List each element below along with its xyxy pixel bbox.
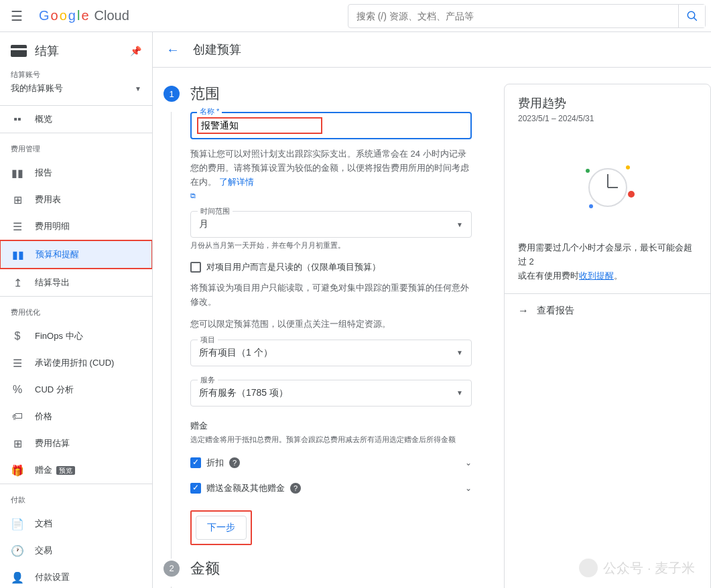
step-number-2: 2: [164, 561, 180, 577]
sidebar-item-pricing[interactable]: 🏷 价格: [0, 403, 152, 430]
sidebar-item-export[interactable]: ↥ 结算导出: [0, 269, 152, 296]
chevron-down-icon: ▼: [456, 221, 463, 228]
discount-icon: ☰: [11, 356, 24, 370]
credits-expand[interactable]: 赠送金额及其他赠金 ? ⌄: [190, 475, 472, 501]
chevron-down-icon: ⌄: [465, 484, 472, 493]
name-input-wrap: [190, 112, 472, 139]
sidebar-item-transactions[interactable]: 🕐 交易: [0, 537, 152, 564]
tag-icon: 🏷: [11, 410, 24, 423]
step-number-1: 1: [164, 86, 180, 102]
sidebar-title: 结算: [35, 43, 122, 59]
bar-chart-icon: ▮▮: [11, 166, 24, 179]
help-icon[interactable]: ?: [229, 457, 240, 468]
arrow-right-icon: →: [518, 305, 529, 317]
chevron-down-icon: ▼: [456, 349, 463, 356]
step-2-header[interactable]: 2 金额: [158, 559, 488, 579]
logo[interactable]: Google Cloud: [39, 8, 129, 23]
chevron-down-icon: ▼: [135, 85, 141, 92]
table-icon: ⊞: [11, 193, 24, 206]
projects-select[interactable]: 项目 所有项目（1 个） ▼: [190, 340, 472, 366]
services-select[interactable]: 服务 所有服务（1785 项） ▼: [190, 380, 472, 407]
clock-illustration: [505, 134, 710, 241]
svg-point-0: [688, 11, 695, 19]
account-selector[interactable]: 结算账号 我的结算账号 ▼: [0, 67, 152, 105]
watermark: 公众号 · 麦子米: [579, 559, 695, 577]
content-main: ← 创建预算 1 范围 名称 *: [153, 32, 711, 588]
sidebar-item-cud[interactable]: ☰ 承诺使用折扣 (CUD): [0, 350, 152, 376]
billing-icon: [11, 45, 27, 57]
alert-link[interactable]: 收到提醒: [579, 271, 614, 281]
next-button-highlight: 下一步: [190, 510, 252, 545]
svg-point-5: [586, 169, 590, 173]
person-icon: 👤: [11, 571, 24, 584]
calculator-icon: ⊞: [11, 437, 24, 450]
sidebar: 结算 📌 结算账号 我的结算账号 ▼ ▪▪ 概览 费用管理 ▮▮ 报告 ⊞ 费用…: [0, 32, 153, 588]
pin-icon[interactable]: 📌: [130, 46, 141, 56]
svg-line-1: [694, 17, 697, 21]
view-report-link[interactable]: → 查看报告: [505, 293, 710, 327]
sidebar-item-reports[interactable]: ▮▮ 报告: [0, 159, 152, 186]
search-input[interactable]: [348, 11, 678, 21]
search-icon: [686, 10, 698, 22]
chevron-down-icon: ▼: [456, 389, 463, 396]
sidebar-item-cost-est[interactable]: ⊞ 费用估算: [0, 430, 152, 457]
percent-icon: %: [11, 383, 24, 396]
dashboard-icon: ▪▪: [11, 113, 24, 126]
readonly-checkbox[interactable]: [190, 262, 201, 273]
sidebar-item-overview[interactable]: ▪▪ 概览: [0, 106, 152, 133]
gift-icon: 🎁: [11, 463, 24, 477]
search-box: [348, 4, 706, 28]
page-header: ← 创建预算: [153, 32, 711, 68]
trend-date-range: 2023/5/1 – 2024/5/31: [518, 114, 697, 123]
list-icon: ☰: [11, 220, 24, 233]
top-bar: ☰ Google Cloud: [0, 0, 711, 32]
trend-title: 费用趋势: [518, 95, 697, 111]
step-1-header: 1 范围: [158, 84, 488, 104]
search-button[interactable]: [678, 5, 705, 27]
page-title: 创建预算: [193, 42, 241, 58]
name-input[interactable]: [201, 121, 318, 131]
external-link-icon: ⧉: [190, 192, 196, 200]
discount-expand[interactable]: 折扣 ? ⌄: [190, 450, 472, 475]
menu-icon[interactable]: ☰: [5, 3, 28, 29]
svg-point-6: [626, 165, 630, 169]
time-range-select[interactable]: 时间范围 月 ▼: [190, 211, 472, 238]
credits-checkbox[interactable]: [190, 483, 201, 494]
sidebar-item-docs[interactable]: 📄 文档: [0, 510, 152, 537]
dollar-icon: $: [11, 329, 24, 343]
name-label: 名称 *: [197, 106, 222, 117]
description-text: 预算让您可以对照计划支出跟踪实际支出。系统通常会在 24 小时内记录您的费用。请…: [190, 147, 472, 203]
learn-more-link[interactable]: 了解详情: [219, 177, 254, 187]
chevron-down-icon: ⌄: [465, 458, 472, 467]
chart-icon: ▮▮: [11, 248, 25, 261]
trend-panel: 费用趋势 2023/5/1 – 2024/5/31 费用需要过: [504, 84, 711, 588]
sidebar-item-pay-settings[interactable]: 👤 付款设置: [0, 564, 152, 588]
sidebar-item-finops[interactable]: $ FinOps 中心: [0, 323, 152, 350]
svg-point-8: [589, 204, 593, 208]
help-icon[interactable]: ?: [290, 483, 301, 494]
discount-checkbox[interactable]: [190, 457, 201, 468]
wechat-icon: [579, 559, 598, 577]
next-button[interactable]: 下一步: [196, 516, 247, 540]
back-button[interactable]: ←: [166, 42, 180, 58]
sidebar-item-budgets[interactable]: ▮▮ 预算和提醒: [1, 241, 151, 268]
svg-point-7: [628, 191, 635, 198]
sidebar-item-cost-table[interactable]: ⊞ 费用表: [0, 186, 152, 213]
clock-icon: 🕐: [11, 544, 24, 557]
document-icon: 📄: [11, 517, 24, 530]
sidebar-item-cud-analysis[interactable]: % CUD 分析: [0, 376, 152, 403]
sidebar-item-credits[interactable]: 🎁 赠金 预览: [0, 457, 152, 484]
sidebar-item-cost-detail[interactable]: ☰ 费用明细: [0, 213, 152, 240]
export-icon: ↥: [11, 276, 24, 289]
trend-note: 费用需要过几个小时才会显示，最长可能会超过 2 或在有使用费时收到提醒。: [505, 241, 710, 293]
sidebar-header: 结算 📌: [0, 32, 152, 67]
